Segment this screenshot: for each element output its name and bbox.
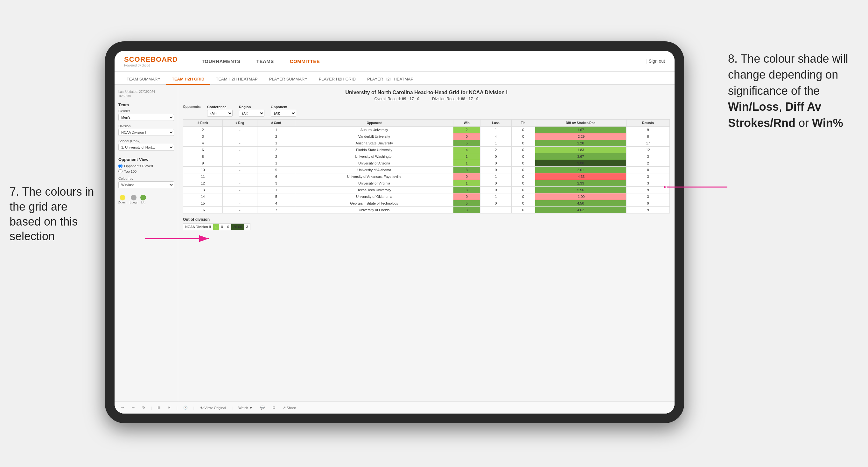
view-label: View: Original (205, 406, 226, 410)
clock-button[interactable]: 🕐 (181, 405, 190, 411)
school-select[interactable]: 1. University of Nort... (118, 144, 174, 151)
ood-loss: 0 (219, 224, 225, 230)
opponent-view-title: Opponent View (118, 157, 174, 162)
view-button[interactable]: 👁 View: Original (198, 405, 228, 411)
cell-tie: 0 (511, 133, 535, 140)
cell-rank: 11 (183, 174, 223, 180)
cell-conf: 5 (257, 193, 295, 200)
division-label: Division (118, 124, 174, 128)
cell-rounds: 3 (626, 153, 670, 160)
cell-diff: 4.50 (535, 200, 626, 207)
colour-up-dot (140, 195, 146, 200)
sign-out-button[interactable]: Sign out (646, 59, 665, 64)
opponents-label-group: Opponents: (183, 105, 201, 117)
cell-rank: 16 (183, 207, 223, 214)
radio-top-100[interactable]: Top 100 (118, 169, 174, 174)
table-row: 8 - 2 University of Washington 1 0 0 3.6… (183, 153, 670, 160)
present-button[interactable]: ⊡ (271, 405, 277, 411)
cell-tie: 0 (511, 140, 535, 147)
ood-win: 1 (213, 224, 219, 230)
sub-nav: TEAM SUMMARY TEAM H2H GRID TEAM H2H HEAT… (115, 71, 675, 85)
refresh-button[interactable]: ↻ (140, 405, 147, 411)
watch-label: Watch (238, 406, 248, 410)
cell-loss: 0 (480, 180, 511, 187)
colour-legend: Down Level Up (118, 195, 174, 205)
table-row: 14 - 5 University of Oklahoma 0 1 0 -1.0… (183, 193, 670, 200)
cell-rounds: 17 (626, 140, 670, 147)
cell-rounds: 3 (626, 180, 670, 187)
cell-win: 4 (453, 147, 480, 153)
col-conf: # Conf (257, 120, 295, 127)
watch-button[interactable]: Watch ▼ (237, 405, 254, 411)
cell-diff: 3.67 (535, 153, 626, 160)
cell-loss: 0 (480, 153, 511, 160)
conference-select[interactable]: (All) (207, 110, 232, 117)
watch-arrow-icon: ▼ (249, 406, 253, 410)
redo-button[interactable]: ↪ (130, 405, 136, 411)
tab-player-summary[interactable]: PLAYER SUMMARY (264, 74, 313, 85)
table-row: 11 - 6 University of Arkansas, Fayettevi… (183, 174, 670, 180)
colour-level-item: Level (130, 195, 137, 205)
comment-button[interactable]: 💬 (258, 405, 267, 411)
school-label: School (Rank) (118, 139, 174, 143)
logo-text: SCOREBOARD (124, 55, 178, 64)
cell-rounds: 9 (626, 187, 670, 193)
tab-team-h2h-heatmap[interactable]: TEAM H2H HEATMAP (210, 74, 264, 85)
opponent-select[interactable]: (All) (271, 110, 296, 117)
table-row: 16 - 7 University of Florida 3 1 0 4.62 … (183, 207, 670, 214)
cell-rounds: 9 (626, 207, 670, 214)
cell-rank: 9 (183, 160, 223, 167)
tab-player-h2h-grid[interactable]: PLAYER H2H GRID (313, 74, 362, 85)
cell-conf: 1 (257, 140, 295, 147)
col-rank: # Rank (183, 120, 223, 127)
nav-committee[interactable]: COMMITTEE (282, 56, 328, 66)
gender-select[interactable]: Men's (118, 114, 174, 121)
colour-down-dot (120, 195, 125, 200)
cell-win: 1 (453, 160, 480, 167)
share-button[interactable]: ↗ Share (281, 405, 298, 411)
cell-tie: 0 (511, 174, 535, 180)
cell-conf: 2 (257, 147, 295, 153)
grid-area: University of North Carolina Head-to-Hea… (178, 85, 675, 402)
main-nav: TOURNAMENTS TEAMS COMMITTEE (194, 56, 328, 66)
cell-rank: 15 (183, 200, 223, 207)
cell-conf: 6 (257, 174, 295, 180)
division-select[interactable]: NCAA Division I (118, 129, 174, 136)
tab-team-summary[interactable]: TEAM SUMMARY (121, 74, 166, 85)
col-opponent: Opponent (295, 120, 454, 127)
undo-button[interactable]: ↩ (119, 405, 126, 411)
cell-win: 0 (453, 193, 480, 200)
cell-loss: 1 (480, 127, 511, 133)
cell-opponent: University of Arizona (295, 160, 454, 167)
colour-by-select[interactable]: Win/loss (118, 181, 174, 188)
cell-reg: - (222, 127, 257, 133)
cell-tie: 0 (511, 180, 535, 187)
radio-opponents-played[interactable]: Opponents Played (118, 164, 174, 168)
cell-conf: 1 (257, 127, 295, 133)
colour-up-item: Up (140, 195, 146, 205)
crop-button[interactable]: ✂ (166, 405, 173, 411)
grid-records: Overall Record: 89 - 17 - 0 Division Rec… (183, 97, 670, 101)
nav-tournaments[interactable]: TOURNAMENTS (194, 56, 248, 66)
cell-tie: 0 (511, 127, 535, 133)
nav-teams[interactable]: TEAMS (248, 56, 282, 66)
region-select[interactable]: (All) (239, 110, 265, 117)
team-section-title: Team (118, 102, 174, 107)
cell-win: 5 (453, 200, 480, 207)
cell-rank: 10 (183, 167, 223, 174)
cell-diff: 2.28 (535, 140, 626, 147)
copy-button[interactable]: ⊞ (156, 405, 162, 411)
cell-opponent: University of Alabama (295, 167, 454, 174)
out-of-division-row: NCAA Division II 1 0 0 26.00 3 (183, 224, 250, 230)
out-of-division-section: Out of division NCAA Division II 1 0 0 2… (183, 217, 670, 230)
col-diff: Diff Av Strokes/Rnd (535, 120, 626, 127)
cell-rank: 14 (183, 193, 223, 200)
tab-player-h2h-heatmap[interactable]: PLAYER H2H HEATMAP (362, 74, 419, 85)
cell-loss: 0 (480, 200, 511, 207)
cell-opponent: University of Virginia (295, 180, 454, 187)
cell-diff: -4.33 (535, 174, 626, 180)
tab-team-h2h-grid[interactable]: TEAM H2H GRID (166, 74, 210, 85)
cell-rounds: 2 (626, 160, 670, 167)
colour-level-dot (131, 195, 136, 200)
cell-reg: - (222, 133, 257, 140)
